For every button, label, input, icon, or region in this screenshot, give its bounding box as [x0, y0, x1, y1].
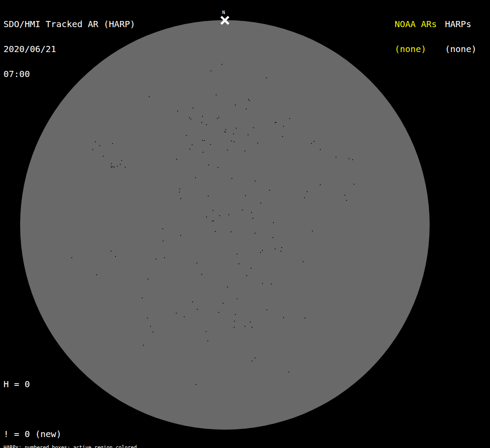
magnetogram-speckle: [227, 150, 228, 150]
magnetogram-speckle: [95, 141, 96, 142]
magnetogram-speckle: [255, 181, 256, 182]
magnetogram-speckle: [112, 143, 113, 144]
magnetogram-speckle: [115, 256, 116, 257]
magnetogram-speckle: [111, 166, 112, 167]
harps-value: (none): [445, 45, 476, 53]
magnetogram-speckle: [201, 274, 202, 275]
magnetogram-speckle: [289, 118, 290, 119]
magnetogram-speckle: [190, 119, 191, 119]
magnetogram-speckle: [196, 384, 196, 385]
magnetogram-speckle: [210, 144, 211, 145]
header: SDO/HMI Tracked AR (HARP) 2020/06/21 07:…: [4, 4, 135, 95]
magnetogram-speckle: [257, 143, 258, 144]
magnetogram-speckle: [111, 251, 112, 252]
magnetogram-speckle: [192, 301, 193, 302]
magnetogram-speckle: [112, 166, 113, 167]
magnetogram-speckle: [245, 150, 245, 151]
magnetogram-speckle: [288, 371, 289, 372]
magnetogram-speckle: [227, 287, 228, 287]
magnetogram-speckle: [231, 231, 231, 232]
magnetogram-speckle: [255, 233, 256, 234]
magnetogram-speckle: [346, 200, 347, 201]
harps-status: HARPs (none): [445, 4, 476, 70]
magnetogram-speckle: [156, 259, 157, 259]
magnetogram-speckle: [260, 252, 261, 253]
magnetogram-speckle: [252, 360, 252, 361]
magnetogram-speckle: [225, 129, 226, 130]
magnetogram-speckle: [303, 261, 304, 262]
magnetogram-speckle: [206, 124, 207, 125]
magnetogram-speckle: [307, 191, 308, 192]
magnetogram-speckle: [237, 254, 238, 255]
magnetogram-speckle: [238, 263, 239, 264]
magnetogram-speckle: [235, 105, 236, 105]
magnetogram-speckle: [283, 126, 284, 127]
magnetogram-speckle: [201, 122, 202, 123]
harps-label: HARPs: [445, 20, 476, 28]
magnetogram-speckle: [208, 164, 209, 165]
page-title: SDO/HMI Tracked AR (HARP): [4, 20, 135, 28]
magnetogram-speckle: [251, 212, 252, 213]
magnetogram-speckle: [251, 268, 252, 269]
time-label: 07:00: [4, 70, 135, 78]
magnetogram-speckle: [218, 117, 219, 118]
magnetogram-speckle: [228, 214, 229, 215]
magnetogram-speckle: [320, 184, 321, 185]
magnetogram-speckle: [210, 70, 211, 71]
magnetogram-speckle: [192, 108, 193, 108]
footnotes: HARPs: numbered boxes; active region col…: [4, 434, 179, 448]
magnetogram-speckle: [207, 340, 208, 341]
magnetogram-speckle: [282, 136, 283, 137]
magnetogram-speckle: [250, 322, 251, 322]
magnetogram-speckle: [354, 184, 354, 185]
magnetogram-speckle: [195, 177, 196, 178]
magnetogram-speckle: [179, 189, 180, 189]
magnetogram-speckle: [114, 167, 115, 168]
magnetogram-speckle: [177, 111, 178, 112]
magnetogram-speckle: [253, 127, 254, 128]
magnetogram-speckle: [217, 167, 218, 168]
magnetogram-speckle: [349, 158, 350, 159]
magnetogram-speckle: [246, 108, 247, 109]
magnetogram-speckle: [176, 159, 177, 160]
magnetogram-speckle: [150, 326, 151, 327]
magnetogram-speckle: [269, 190, 270, 191]
magnetogram-speckle: [92, 149, 93, 150]
magnetogram-speckle: [234, 141, 234, 142]
magnetogram-speckle: [202, 116, 203, 117]
magnetogram-speckle: [179, 192, 180, 192]
magnetogram-speckle: [352, 159, 353, 160]
magnetogram-speckle: [180, 198, 181, 199]
noaa-ars-status: NOAA ARs (none): [395, 4, 437, 70]
magnetogram-speckle: [273, 222, 274, 223]
magnetogram-speckle: [203, 152, 203, 153]
magnetogram-speckle: [163, 241, 164, 242]
magnetogram-speckle: [206, 217, 207, 217]
noaa-ars-value: (none): [395, 45, 437, 53]
magnetogram-speckle: [147, 318, 148, 318]
magnetogram-speckle: [121, 160, 122, 161]
magnetogram-speckle: [281, 247, 282, 248]
magnetogram-speckle: [184, 316, 185, 317]
magnetogram-speckle: [233, 133, 234, 134]
magnetogram-speckle: [236, 128, 237, 129]
magnetogram-speckle: [273, 237, 273, 238]
magnetogram-speckle: [202, 140, 203, 141]
magnetogram-speckle: [314, 141, 315, 142]
magnetogram-speckle: [266, 77, 267, 78]
magnetogram-speckle: [234, 321, 235, 322]
magnetogram-speckle: [262, 283, 263, 284]
magnetogram-speckle: [231, 140, 232, 141]
magnetogram-speckle: [248, 134, 248, 135]
magnetogram-speckle: [275, 248, 276, 249]
date-label: 2020/06/21: [4, 45, 135, 53]
magnetogram-speckle: [147, 279, 148, 280]
magnetogram-speckle: [242, 210, 243, 210]
magnetogram-speckle: [231, 178, 232, 179]
magnetogram-speckle: [320, 149, 321, 150]
magnetogram-speckle: [149, 96, 150, 97]
magnetogram-speckle: [249, 100, 250, 101]
magnetogram-speckle: [225, 132, 226, 133]
magnetogram-speckle: [237, 298, 238, 299]
magnetogram-speckle: [248, 99, 249, 100]
